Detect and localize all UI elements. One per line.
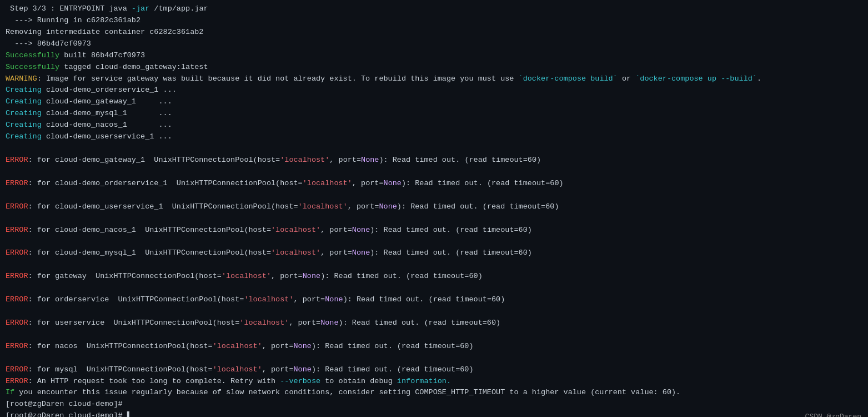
terminal-line: ERROR: An HTTP request took too long to … — [6, 376, 862, 388]
terminal-line — [6, 190, 862, 201]
terminal-segment: /tmp/app.jar — [149, 4, 208, 13]
terminal-line: Creating cloud-demo_orderservice_1 ... — [6, 85, 862, 96]
terminal-segment: ERROR — [6, 377, 28, 385]
terminal-segment: , port= — [289, 319, 320, 327]
terminal-line — [6, 329, 862, 341]
terminal-segment: : for cloud-demo_userservice_1 UnixHTTPC… — [28, 202, 298, 211]
terminal-segment: : An HTTP request took too long to compl… — [28, 377, 280, 385]
terminal-segment: , port= — [262, 365, 294, 374]
terminal-line: Successfully tagged cloud-demo_gateway:l… — [6, 62, 862, 73]
terminal-segment: , port= — [348, 202, 379, 211]
terminal-segment: ---> Running in c6282c361ab2 — [6, 16, 141, 24]
terminal-segment: information. — [397, 377, 451, 385]
terminal-segment: : for mysql UnixHTTPConnectionPool(host= — [28, 365, 213, 374]
terminal-segment: 'localhost' — [213, 365, 262, 374]
terminal-segment: : for cloud-demo_gateway_1 UnixHTTPConne… — [28, 156, 280, 164]
terminal-segment: ): Read timed out. (read timeout=60) — [312, 365, 474, 374]
terminal-segment: cloud-demo_userservice_1 ... — [42, 132, 172, 141]
terminal-line — [6, 166, 862, 178]
terminal-segment: 'localhost' — [298, 202, 348, 211]
terminal-segment: Creating — [6, 109, 42, 117]
terminal-line: ERROR: for cloud-demo_orderservice_1 Uni… — [6, 178, 862, 190]
terminal-line: [root@zgDaren cloud-demo]# ▌ — [6, 410, 862, 417]
terminal-segment: , port= — [352, 179, 384, 187]
terminal-line: Creating cloud-demo_gateway_1 ... — [6, 96, 862, 108]
terminal-segment: : for orderservice UnixHTTPConnectionPoo… — [28, 295, 244, 304]
terminal-segment: ): Read timed out. (read timeout=60) — [312, 342, 474, 350]
terminal-line: If you encounter this issue regularly be… — [6, 387, 862, 399]
terminal-line — [6, 259, 862, 271]
terminal-segment: ERROR — [6, 272, 28, 280]
terminal-segment: ▌ — [127, 411, 132, 417]
terminal-segment: Successfully — [6, 63, 59, 71]
terminal-line: ERROR: for gateway UnixHTTPConnectionPoo… — [6, 271, 862, 282]
terminal-segment: None — [294, 342, 312, 350]
terminal: Step 3/3 : ENTRYPOINT java -jar /tmp/app… — [0, 0, 868, 417]
terminal-segment: [root@zgDaren cloud-demo]# — [6, 400, 123, 408]
terminal-segment: None — [320, 319, 338, 327]
terminal-segment: 'localhost' — [271, 226, 320, 234]
terminal-segment: cloud-demo_gateway_1 ... — [42, 97, 172, 106]
terminal-segment: None — [325, 295, 343, 304]
terminal-segment: If — [6, 388, 14, 396]
terminal-segment: ): Read timed out. (read timeout=60) — [339, 319, 501, 327]
terminal-line: [root@zgDaren cloud-demo]# — [6, 399, 862, 410]
terminal-segment: , port= — [294, 295, 325, 304]
terminal-line: Creating cloud-demo_nacos_1 ... — [6, 120, 862, 131]
terminal-segment: ERROR — [6, 295, 28, 304]
terminal-segment: you encounter this issue regularly becau… — [14, 388, 680, 396]
terminal-segment: 'localhost' — [222, 272, 271, 280]
terminal-line: ERROR: for orderservice UnixHTTPConnecti… — [6, 294, 862, 306]
terminal-line — [6, 213, 862, 225]
terminal-line: WARNING: Image for service gateway was b… — [6, 73, 862, 85]
terminal-line: ERROR: for cloud-demo_nacos_1 UnixHTTPCo… — [6, 225, 862, 236]
terminal-line: Successfully built 86b4d7cf0973 — [6, 50, 862, 62]
terminal-segment: 'localhost' — [244, 295, 293, 304]
terminal-line: ERROR: for cloud-demo_userservice_1 Unix… — [6, 201, 862, 213]
terminal-segment: `docker-compose up --build` — [635, 75, 757, 83]
terminal-segment: None — [294, 365, 312, 374]
terminal-segment: ): Read timed out. (read timeout=60) — [370, 249, 532, 257]
terminal-segment: -jar — [132, 4, 149, 13]
terminal-segment: : for cloud-demo_orderservice_1 UnixHTTP… — [28, 179, 303, 187]
terminal-segment: 'localhost' — [303, 179, 352, 187]
terminal-segment: ERROR — [6, 202, 28, 211]
terminal-segment: ): Read timed out. (read timeout=60) — [370, 226, 532, 234]
terminal-segment: ): Read timed out. (read timeout=60) — [402, 179, 564, 187]
terminal-segment: cloud-demo_orderservice_1 ... — [42, 86, 177, 94]
terminal-segment: : for cloud-demo_nacos_1 UnixHTTPConnect… — [28, 226, 271, 234]
terminal-line: ERROR: for mysql UnixHTTPConnectionPool(… — [6, 364, 862, 376]
terminal-segment: Creating — [6, 121, 42, 129]
terminal-segment: tagged cloud-demo_gateway:latest — [59, 63, 208, 71]
terminal-line: Creating cloud-demo_userservice_1 ... — [6, 131, 862, 143]
terminal-segment: : Image for service gateway was built be… — [37, 75, 519, 83]
terminal-segment: Creating — [6, 86, 42, 94]
terminal-segment: Step 3/3 : ENTRYPOINT java — [6, 4, 132, 13]
terminal-segment: None — [384, 179, 402, 187]
terminal-line: ---> Running in c6282c361ab2 — [6, 15, 862, 27]
terminal-line: ERROR: for userservice UnixHTTPConnectio… — [6, 317, 862, 329]
terminal-segment: ERROR — [6, 342, 28, 350]
terminal-line: ERROR: for cloud-demo_mysql_1 UnixHTTPCo… — [6, 247, 862, 259]
terminal-segment: ): Read timed out. (read timeout=60) — [397, 202, 559, 211]
terminal-segment: Creating — [6, 97, 42, 106]
terminal-segment: Creating — [6, 132, 42, 141]
terminal-segment: ): Read timed out. (read timeout=60) — [379, 156, 541, 164]
terminal-segment: 'localhost' — [271, 249, 320, 257]
terminal-segment: , port= — [271, 272, 303, 280]
terminal-segment: Successfully — [6, 51, 59, 59]
terminal-segment: --verbose — [280, 377, 320, 385]
terminal-segment: or — [618, 75, 635, 83]
terminal-segment: cloud-demo_mysql_1 ... — [42, 109, 172, 117]
terminal-segment: ERROR — [6, 365, 28, 374]
terminal-line — [6, 143, 862, 155]
terminal-segment: None — [352, 249, 370, 257]
terminal-segment: Removing intermediate container c6282c36… — [6, 28, 203, 36]
terminal-segment: . — [757, 75, 761, 83]
terminal-segment: `docker-compose build` — [519, 75, 618, 83]
terminal-segment: None — [361, 156, 379, 164]
terminal-segment: , port= — [262, 342, 294, 350]
terminal-line: ---> 86b4d7cf0973 — [6, 38, 862, 50]
terminal-segment: : for nacos UnixHTTPConnectionPool(host= — [28, 342, 213, 350]
terminal-segment: to obtain debug — [320, 377, 397, 385]
